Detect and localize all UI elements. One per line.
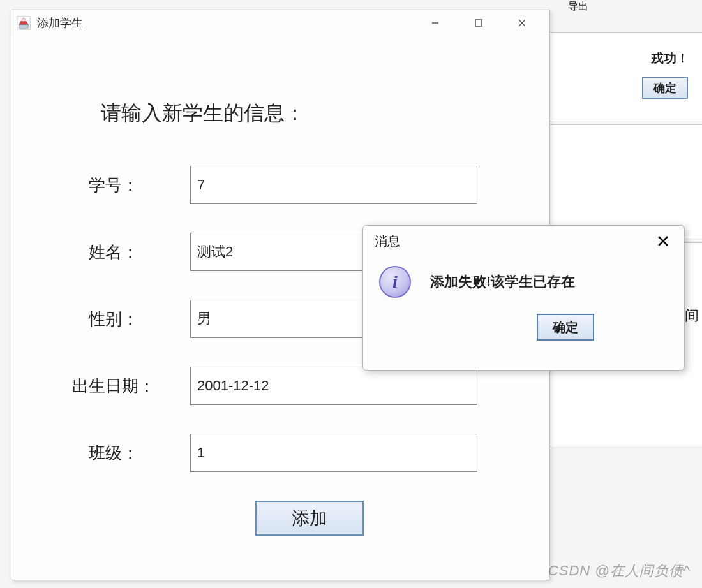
label-name: 姓名： (37, 241, 190, 263)
background-panel-2 (549, 124, 702, 239)
info-icon: i (379, 266, 411, 298)
dialog-ok-button[interactable]: 确定 (537, 314, 594, 341)
label-gender: 性别： (37, 308, 190, 330)
input-birth[interactable] (190, 367, 477, 405)
background-success-text: 戎功！ (651, 50, 689, 67)
maximize-button[interactable] (466, 13, 491, 33)
svg-rect-5 (475, 20, 482, 26)
input-class[interactable] (190, 434, 477, 472)
add-button[interactable]: 添加 (255, 501, 364, 536)
background-char: 间 (685, 306, 699, 325)
form-heading: 请输入新学生的信息： (101, 99, 524, 128)
window-titlebar[interactable]: 添加学生 (11, 10, 549, 36)
dialog-message: 添加失败!该学生已存在 (430, 272, 575, 291)
close-button[interactable] (509, 13, 535, 33)
label-student-id: 学号： (37, 174, 190, 196)
minimize-button[interactable] (422, 13, 448, 33)
svg-rect-3 (19, 25, 29, 29)
message-dialog: 消息 i 添加失败!该学生已存在 确定 (362, 225, 685, 371)
dialog-close-button[interactable] (653, 232, 673, 251)
dialog-title: 消息 (375, 233, 653, 250)
input-student-id[interactable] (190, 166, 477, 204)
watermark: CSDN @在人间负债^ (548, 561, 691, 580)
dialog-titlebar[interactable]: 消息 (363, 226, 684, 256)
label-birth: 出生日期： (37, 375, 190, 397)
window-title: 添加学生 (37, 15, 422, 31)
app-icon (17, 16, 31, 30)
label-class: 班级： (37, 442, 190, 464)
background-ok-button[interactable]: 确定 (642, 77, 688, 99)
